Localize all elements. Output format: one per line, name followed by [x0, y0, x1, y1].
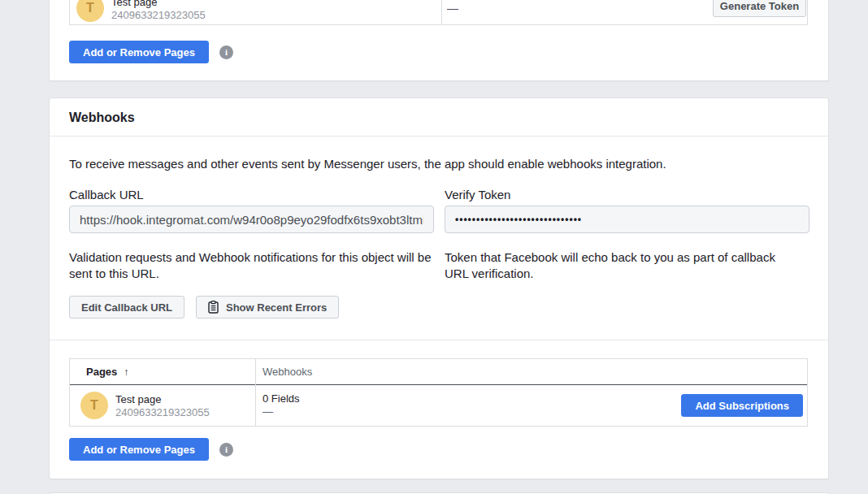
clipboard-icon — [208, 301, 219, 314]
column-divider — [441, 0, 442, 24]
webhooks-card: Webhooks To receive messages and other e… — [49, 98, 829, 479]
title-divider — [50, 136, 828, 136]
page-name: Test page — [111, 0, 206, 8]
page-cell: T Test page 2409633219323055 — [76, 0, 206, 22]
info-icon[interactable]: i — [219, 46, 233, 59]
token-generation-card: T Test page 2409633219323055 — Generate … — [49, 0, 829, 81]
add-or-remove-pages-button-bottom[interactable]: Add or Remove Pages — [69, 438, 209, 461]
fields-count: 0 Fields — [263, 392, 300, 405]
show-recent-errors-label: Show Recent Errors — [226, 301, 327, 314]
add-remove-pages-row-top: Add or Remove Pages i — [69, 41, 233, 63]
verify-token-input[interactable] — [445, 206, 809, 233]
webhooks-intro-text: To receive messages and other events sen… — [69, 157, 666, 171]
page-avatar: T — [80, 392, 108, 419]
header-webhooks: Webhooks — [255, 366, 312, 378]
table-header-row: Pages ↑ Webhooks — [70, 359, 807, 385]
token-empty-value: — — [447, 2, 458, 15]
section-divider — [50, 340, 828, 340]
webhooks-section-title: Webhooks — [69, 110, 135, 125]
callback-url-help: Validation requests and Webhook notifica… — [69, 249, 436, 282]
page-info: Test page 2409633219323055 — [111, 0, 206, 21]
generate-token-label: Generate Token — [720, 0, 799, 12]
add-subscriptions-label: Add Subscriptions — [695, 400, 789, 412]
fields-dash: — — [263, 405, 300, 418]
pages-table: Pages ↑ Webhooks T Test page 24096332193… — [69, 358, 808, 427]
webhooks-fields-cell: 0 Fields — — [255, 392, 300, 418]
add-or-remove-pages-button-top[interactable]: Add or Remove Pages — [69, 41, 209, 63]
verify-token-help: Token that Facebook will echo back to yo… — [445, 249, 790, 282]
page-name: Test page — [115, 393, 210, 405]
verify-token-label: Verify Token — [445, 188, 510, 202]
add-or-remove-pages-label: Add or Remove Pages — [83, 444, 195, 456]
token-table: T Test page 2409633219323055 — Generate … — [69, 0, 808, 25]
avatar-letter: T — [90, 398, 98, 413]
header-pages[interactable]: Pages ↑ — [70, 366, 255, 378]
sort-ascending-icon: ↑ — [124, 366, 128, 378]
add-subscriptions-button[interactable]: Add Subscriptions — [681, 394, 803, 417]
header-pages-label: Pages — [86, 366, 117, 378]
table-row: T Test page 2409633219323055 0 Fields — … — [70, 385, 807, 426]
add-remove-pages-row-bottom: Add or Remove Pages i — [69, 438, 233, 461]
info-icon[interactable]: i — [219, 443, 233, 457]
page-cell: T Test page 2409633219323055 — [70, 392, 255, 419]
show-recent-errors-button[interactable]: Show Recent Errors — [196, 296, 339, 318]
avatar-letter: T — [86, 1, 94, 15]
callback-url-input[interactable] — [69, 206, 434, 233]
edit-callback-url-button[interactable]: Edit Callback URL — [69, 296, 184, 318]
add-or-remove-pages-label: Add or Remove Pages — [83, 46, 195, 58]
callback-actions-row: Edit Callback URL Show Recent Errors — [69, 296, 339, 318]
generate-token-button[interactable]: Generate Token — [713, 0, 806, 17]
page-avatar: T — [76, 0, 104, 22]
edit-callback-url-label: Edit Callback URL — [81, 301, 172, 314]
page-info: Test page 2409633219323055 — [115, 393, 210, 418]
page-id: 2409633219323055 — [111, 9, 206, 21]
callback-url-label: Callback URL — [69, 188, 144, 202]
page-id: 2409633219323055 — [115, 406, 210, 418]
